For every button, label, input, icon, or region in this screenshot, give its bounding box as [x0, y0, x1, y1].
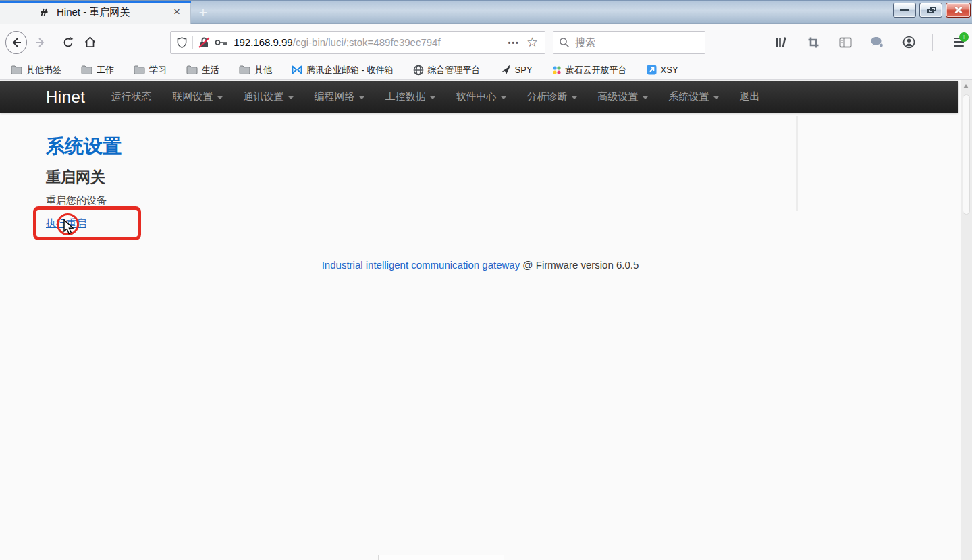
- color-dots-icon: [552, 65, 562, 75]
- page-title: 系统设置: [46, 134, 122, 159]
- site-navbar: Hinet 运行状态 联网设置 通讯设置 编程网络 工控数据 软件中心 分析诊断…: [0, 81, 958, 113]
- partial-bottom-box: [378, 555, 504, 560]
- reload-button[interactable]: [59, 32, 78, 53]
- bookmark-item[interactable]: XSY: [647, 65, 678, 75]
- restore-button[interactable]: [919, 3, 942, 18]
- bookmark-item[interactable]: 萤石云开放平台: [552, 64, 627, 76]
- forward-button[interactable]: [31, 32, 50, 53]
- firmware-version-text: @ Firmware version 6.0.5: [522, 259, 639, 271]
- gateway-footer-link[interactable]: Industrial intelligent communication gat…: [322, 259, 520, 271]
- nav-item-industrial-data[interactable]: 工控数据: [385, 90, 435, 103]
- scroll-up-arrow-icon[interactable]: [963, 84, 969, 88]
- search-box[interactable]: [553, 31, 705, 54]
- site-menu: 运行状态 联网设置 通讯设置 编程网络 工控数据 软件中心 分析诊断 高级设置 …: [111, 90, 760, 103]
- wechat-bubble-icon[interactable]: [867, 32, 887, 53]
- close-button[interactable]: [946, 3, 971, 18]
- chevron-down-icon: [572, 96, 577, 99]
- bookmarks-bar: 其他书签 工作 学习 生活 其他 腾讯企业邮箱 - 收件箱 综合管理平台 SP: [0, 61, 972, 80]
- toolbar-right-icons: ↑: [772, 32, 972, 53]
- update-badge-icon: ↑: [959, 32, 969, 42]
- nav-item-programming[interactable]: 编程网络: [315, 90, 364, 103]
- tab-title: Hinet - 重启网关: [57, 6, 170, 19]
- folder-icon: [11, 65, 22, 74]
- nav-item-logout[interactable]: 退出: [740, 90, 760, 103]
- tab-close-icon[interactable]: ×: [170, 5, 184, 19]
- nav-item-status[interactable]: 运行状态: [111, 90, 152, 103]
- screenshot-crop-icon[interactable]: [803, 32, 824, 53]
- browser-window: Hinet - 重启网关 × +: [0, 0, 972, 560]
- vertical-scrollbar[interactable]: [961, 80, 972, 560]
- home-button[interactable]: [80, 32, 99, 53]
- browser-tab[interactable]: Hinet - 重启网关 ×: [0, 1, 191, 24]
- minimize-button[interactable]: [893, 3, 916, 18]
- url-host: 192.168.9.99: [234, 36, 293, 48]
- back-button[interactable]: [5, 31, 27, 54]
- account-icon[interactable]: [898, 32, 919, 53]
- chevron-down-icon: [217, 96, 223, 99]
- globe-icon: [413, 65, 424, 76]
- chevron-down-icon: [643, 96, 648, 99]
- url-path: /cgi-bin/luci/;stok=489fe39ec794f: [293, 36, 441, 48]
- bookmark-item[interactable]: 综合管理平台: [413, 64, 481, 76]
- dart-icon: [500, 65, 511, 75]
- active-tab-indicator: [0, 1, 191, 3]
- nav-item-system[interactable]: 系统设置: [669, 90, 719, 103]
- search-icon: [559, 37, 570, 48]
- nav-item-network[interactable]: 联网设置: [173, 90, 223, 103]
- folder-icon: [81, 65, 92, 74]
- bookmark-item[interactable]: 腾讯企业邮箱 - 收件箱: [292, 64, 394, 76]
- bookmark-folder[interactable]: 学习: [134, 64, 167, 76]
- scrollbar-thumb[interactable]: [963, 94, 970, 215]
- new-tab-button[interactable]: +: [195, 5, 211, 21]
- bookmark-item[interactable]: SPY: [500, 65, 533, 75]
- nav-item-software-center[interactable]: 软件中心: [456, 90, 506, 103]
- key-icon[interactable]: [215, 38, 228, 47]
- nav-item-diagnosis[interactable]: 分析诊断: [527, 90, 577, 103]
- library-icon[interactable]: [772, 32, 792, 53]
- folder-icon: [186, 65, 198, 74]
- bookmark-star-icon[interactable]: ☆: [526, 34, 538, 50]
- section-title: 重启网关: [46, 167, 105, 188]
- browser-toolbar: 192.168.9.99/cgi-bin/luci/;stok=489fe39e…: [0, 24, 972, 61]
- site-favicon-icon: [38, 7, 49, 18]
- arrow-square-icon: [647, 65, 657, 75]
- brand-logo[interactable]: Hinet: [46, 88, 86, 107]
- page-footer: Industrial intelligent communication gat…: [0, 259, 961, 271]
- chevron-down-icon: [713, 96, 719, 99]
- content-divider: [796, 116, 798, 211]
- tencent-mail-icon: [292, 65, 302, 74]
- urlbar-separator: [192, 36, 193, 49]
- chevron-down-icon: [288, 96, 294, 99]
- page-actions-icon[interactable]: •••: [508, 38, 520, 47]
- insecure-lock-icon[interactable]: [198, 36, 211, 49]
- page-content: Hinet 运行状态 联网设置 通讯设置 编程网络 工控数据 软件中心 分析诊断…: [0, 80, 961, 560]
- bookmark-folder[interactable]: 其他书签: [11, 64, 61, 76]
- url-text[interactable]: 192.168.9.99/cgi-bin/luci/;stok=489fe39e…: [234, 36, 504, 48]
- folder-icon: [134, 65, 145, 74]
- menu-button[interactable]: ↑: [954, 38, 964, 47]
- url-bar[interactable]: 192.168.9.99/cgi-bin/luci/;stok=489fe39e…: [170, 31, 545, 54]
- sidebars-icon[interactable]: [835, 32, 855, 53]
- nav-item-comm[interactable]: 通讯设置: [244, 90, 294, 103]
- bookmark-folder[interactable]: 生活: [186, 64, 219, 76]
- toolbar-separator: [932, 34, 933, 51]
- chevron-down-icon: [430, 96, 435, 99]
- chevron-down-icon: [501, 96, 506, 99]
- nav-item-advanced[interactable]: 高级设置: [598, 90, 648, 103]
- section-description: 重启您的设备: [46, 194, 107, 207]
- bookmark-folder[interactable]: 其他: [239, 64, 272, 76]
- titlebar: Hinet - 重启网关 × +: [0, 0, 972, 24]
- window-controls: [893, 3, 971, 18]
- chevron-down-icon: [359, 96, 364, 99]
- search-input[interactable]: [575, 36, 709, 48]
- bookmark-folder[interactable]: 工作: [81, 64, 114, 76]
- folder-icon: [239, 65, 250, 74]
- shield-icon[interactable]: [176, 36, 188, 49]
- mouse-cursor-icon: [63, 219, 78, 235]
